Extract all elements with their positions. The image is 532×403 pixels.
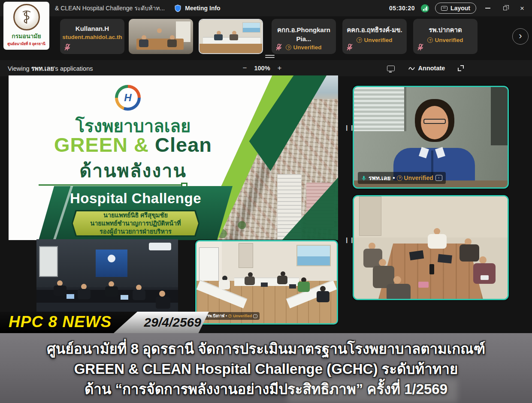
- person-body: [459, 244, 479, 262]
- person-body: [230, 34, 238, 40]
- poster-title: GREEN & Clean: [21, 133, 245, 156]
- backdrop-emblem: [108, 255, 115, 262]
- badge-line2: นายแพทย์ชำนาญการปฏิบัติหน้าที่: [90, 220, 181, 228]
- sea-painting: [296, 245, 331, 266]
- strip-drag-handle[interactable]: [265, 55, 275, 58]
- feed-name: รพท.เลย: [369, 173, 390, 183]
- expand-icon[interactable]: [458, 65, 464, 71]
- unverified-label: Unverified: [435, 37, 463, 43]
- pane-resize-handle[interactable]: ❙❙: [345, 124, 349, 132]
- video-feed-table-room[interactable]: [353, 195, 509, 300]
- viewing-prefix: Viewing: [8, 65, 31, 72]
- person-body: [214, 34, 223, 40]
- minimize-icon: [485, 8, 490, 9]
- person-body-white: [219, 280, 230, 289]
- unverified-label: Unverified: [404, 174, 433, 181]
- participant-tile[interactable]: Kullanan.H student.mahidol.ac.th: [60, 19, 124, 54]
- dot-separator: •: [226, 314, 227, 318]
- person-body: [277, 276, 287, 284]
- ministry-seal-icon: [13, 4, 40, 30]
- name-badge-text: นายแพทย์นิธิ ศรีสุขุมชัย นายแพทย์ชำนาญกา…: [73, 211, 198, 235]
- pop-out-icon[interactable]: ↑: [435, 175, 442, 181]
- next-participants-button[interactable]: ›: [512, 28, 529, 45]
- person-body: [156, 297, 170, 309]
- participant-name: คคก.อ.ฤทธิรงค์-มข.: [342, 25, 407, 35]
- close-button[interactable]: ×: [517, 3, 528, 14]
- air-conditioner: [149, 243, 171, 250]
- dot-separator: •: [393, 174, 395, 181]
- person-head: [157, 28, 162, 33]
- mic-icon: [361, 175, 366, 181]
- annotate-pen-icon: [408, 66, 415, 71]
- pop-out-icon[interactable]: ↑: [253, 314, 257, 318]
- caption-line1: ศูนย์อนามัยที่ 8 อุดรธานี จัดการประเมินม…: [47, 340, 485, 358]
- security-shield-icon[interactable]: [174, 4, 181, 12]
- door: [359, 196, 381, 236]
- feed-name: รพ.บึงกาฬ: [207, 313, 224, 319]
- door: [239, 243, 253, 268]
- chevron-right-icon: ›: [519, 30, 522, 42]
- connection-signal-icon[interactable]: [421, 4, 429, 12]
- participant-video-tile-active[interactable]: [199, 19, 263, 54]
- unverified-label: Unverified: [233, 314, 252, 318]
- video-feed-speaker[interactable]: รพท.เลย • ?Unverified ↑: [353, 86, 509, 189]
- zoom-out-button[interactable]: −: [239, 63, 251, 73]
- participant-status: ? Unverified: [342, 37, 407, 43]
- participant-tile[interactable]: คกก.อ.Phongkarn Pia... ? Unverified: [272, 19, 336, 54]
- laptop-glow: [121, 295, 128, 300]
- banner-title: Hospital Challenge: [39, 190, 233, 207]
- zoom-level: 100%: [254, 65, 270, 72]
- person-head: [479, 256, 487, 264]
- viewing-label: Viewing รพท.เลย's applications: [8, 63, 93, 73]
- person-body: [54, 286, 66, 296]
- whiteboard: [39, 246, 58, 277]
- collar-left: [419, 147, 429, 158]
- participant-tile[interactable]: รพ.ปากคาด ? Unverified: [413, 19, 478, 54]
- poster-subtitle: ด้านพลังงาน: [21, 156, 245, 185]
- participant-video-tile[interactable]: [129, 19, 193, 54]
- layout-label: Layout: [450, 5, 470, 12]
- shared-screen-poster: H โรงพยาบาลเลย GREEN & Clean ด้านพลังงาน…: [9, 75, 338, 240]
- unverified-icon: ?: [228, 314, 232, 318]
- restore-icon: [503, 6, 507, 10]
- presenter-name: รพท.เลย: [31, 65, 54, 72]
- ministry-logo: กรมอนามัย ศูนย์อนามัยที่ 8 อุดรธานี: [3, 2, 49, 50]
- person-body: [245, 277, 255, 285]
- feed-status: ?Unverified: [397, 174, 433, 181]
- painting-shape: [242, 22, 260, 33]
- restore-button[interactable]: [499, 3, 511, 14]
- poster-title-green: GREEN &: [54, 133, 149, 156]
- hospital-challenge-banner: Hospital Challenge นายแพทย์นิธิ ศรีสุขุม…: [39, 186, 233, 240]
- person-head: [434, 228, 440, 235]
- participant-status: ? Unverified: [413, 37, 478, 43]
- zoom-in-button[interactable]: +: [274, 63, 286, 73]
- person-body-green: [298, 282, 310, 292]
- participant-tile[interactable]: คคก.อ.ฤทธิรงค์-มข. ? Unverified: [342, 19, 407, 54]
- annotate-button[interactable]: Annotate: [408, 65, 445, 72]
- title-bar: & CLEAN Hospital Challenge ระดับท้าท... …: [0, 0, 532, 16]
- video-feed-bright-room[interactable]: รพ.บึงกาฬ • ?Unverified ↑: [195, 240, 338, 325]
- dark-column: [491, 87, 508, 145]
- muted-mic-icon: [275, 43, 282, 51]
- viewing-suffix: 's applications: [54, 65, 93, 72]
- person-body: [317, 291, 329, 302]
- caption-band: ศูนย์อนามัยที่ 8 อุดรธานี จัดการประเมินม…: [0, 333, 532, 403]
- news-brand: HPC 8 NEWS: [9, 313, 112, 331]
- titlebar-controls: 05:30:20 Layout ×: [389, 3, 532, 14]
- muted-mic-icon: [64, 43, 71, 51]
- person-body: [105, 286, 118, 297]
- meeting-info-button[interactable]: Meeting Info: [185, 5, 220, 12]
- pane-resize-handle[interactable]: ❙❙: [345, 237, 349, 244]
- hospital-logo: H: [115, 85, 141, 111]
- monitor-icon[interactable]: [387, 66, 395, 71]
- tumbler: [429, 264, 434, 274]
- minimize-button[interactable]: [482, 3, 493, 14]
- annotate-label: Annotate: [418, 65, 445, 72]
- meeting-timer: 05:30:20: [389, 5, 415, 12]
- speaker-glasses: [423, 119, 446, 124]
- layout-button[interactable]: Layout: [435, 3, 476, 14]
- laptop: [289, 284, 296, 289]
- feed-status: ?Unverified: [228, 314, 252, 318]
- meeting-title: & CLEAN Hospital Challenge ระดับท้าท...: [55, 3, 165, 13]
- unverified-label: Unverified: [293, 44, 321, 51]
